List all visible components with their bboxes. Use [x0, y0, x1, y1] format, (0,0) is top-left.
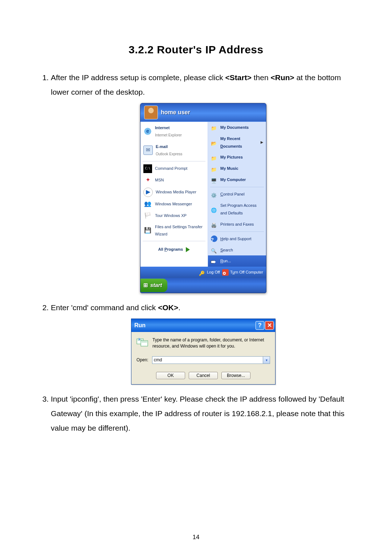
step-3: Input 'ipconfig', then press 'Enter' key…: [51, 392, 356, 435]
logoff-label: Log Off: [207, 268, 220, 276]
ok-button[interactable]: OK: [156, 372, 185, 379]
nav-label: Search: [220, 246, 233, 254]
nav-my-documents[interactable]: 📁 My Documents: [208, 122, 266, 133]
nav-my-pictures[interactable]: 📁 My Pictures: [208, 152, 266, 163]
separator: [210, 231, 264, 232]
nav-label: My Pictures: [220, 153, 243, 161]
wizard-icon: 💾: [143, 226, 152, 235]
cancel-button[interactable]: Cancel: [189, 372, 218, 379]
recent-msn[interactable]: ✦ MSN: [140, 175, 208, 186]
nav-my-computer[interactable]: 🖥️ My Computer: [208, 174, 266, 185]
run-dialog-screenshot: Run ? ✕: [131, 319, 275, 385]
step1-text-pre: After the IP address setup is complete, …: [51, 73, 225, 82]
computer-icon: 🖥️: [211, 177, 217, 183]
nav-control-panel[interactable]: ⚙️ Control Panel: [208, 189, 266, 200]
messenger-icon: 👥: [143, 200, 152, 209]
nav-search[interactable]: 🔍 Search: [208, 245, 266, 256]
folder-icon: 📁: [211, 154, 217, 161]
nav-my-music[interactable]: 📁 My Music: [208, 163, 266, 174]
printer-icon: 🖨️: [211, 221, 217, 227]
step-2: Enter 'cmd' command and click <OK>. Run …: [51, 300, 356, 385]
folder-music-icon: 📁: [211, 165, 217, 172]
nav-label: My Music: [220, 165, 238, 172]
page-number: 14: [0, 534, 392, 541]
recent-label: Windows Media Player: [156, 188, 196, 196]
internet-explorer-icon: [143, 127, 152, 136]
msn-icon: ✦: [143, 176, 152, 185]
run-titlebar: Run ? ✕: [131, 319, 275, 332]
nav-run[interactable]: Run...: [208, 255, 266, 267]
browse-button[interactable]: Browse...: [221, 372, 250, 379]
svg-rect-5: [142, 341, 147, 342]
turnoff-button[interactable]: ⭘ Turn Off Computer: [222, 268, 263, 276]
program-access-icon: 🌐: [211, 206, 217, 213]
user-name: home user: [161, 107, 190, 118]
open-combobox[interactable]: ▾: [152, 356, 270, 364]
svg-marker-1: [214, 260, 216, 263]
step2-ok-label: <OK>: [158, 303, 178, 312]
recent-label: MSN: [155, 176, 164, 184]
pinned-title: Internet: [155, 124, 182, 132]
arrow-right-icon: [186, 247, 190, 252]
dropdown-arrow-icon[interactable]: ▾: [263, 357, 270, 364]
recent-messenger[interactable]: 👥 Windows Messenger: [140, 198, 208, 210]
chevron-right-icon: ▶: [261, 139, 263, 145]
start-menu-footer: 🔑 Log Off ⭘ Turn Off Computer: [140, 267, 266, 278]
step1-start-label: <Start>: [225, 73, 252, 82]
nav-label: Printers and Faxes: [220, 221, 254, 228]
help-icon: ?: [211, 235, 217, 242]
control-panel-icon: ⚙️: [211, 191, 217, 198]
taskbar: ⊞ start: [140, 278, 266, 293]
step2-text-pre: Enter 'cmd' command and click: [51, 303, 158, 312]
step3-text: Input 'ipconfig', then press 'Enter' key…: [51, 395, 344, 432]
separator: [143, 161, 205, 161]
nav-help[interactable]: ? Help and Support: [208, 233, 266, 245]
pinned-sub: Internet Explorer: [155, 132, 182, 139]
separator: [210, 187, 264, 187]
turnoff-label: Turn Off Computer: [230, 268, 263, 276]
nav-label: Set Program Access and Defaults: [220, 202, 263, 217]
separator: [143, 241, 205, 241]
recent-fst[interactable]: 💾 Files and Settings Transfer Wizard: [140, 222, 208, 240]
step1-run-label: <Run>: [270, 73, 294, 82]
folder-icon: 📁: [211, 124, 217, 131]
windows-flag-icon: ⊞: [143, 280, 148, 291]
all-programs-label: All Programs: [158, 246, 183, 253]
pinned-email[interactable]: E-mail Outlook Express: [140, 141, 208, 160]
help-button[interactable]: ?: [256, 321, 264, 330]
logoff-button[interactable]: 🔑 Log Off: [199, 268, 220, 276]
user-avatar-icon: [144, 106, 158, 119]
nav-label: Help and Support: [220, 235, 252, 243]
tour-icon: 🏳️: [143, 212, 152, 220]
recent-command-prompt[interactable]: C:\ Command Prompt: [140, 163, 208, 175]
close-button[interactable]: ✕: [265, 321, 274, 330]
nav-my-recent-documents[interactable]: 📂 My Recent Documents ▶: [208, 133, 266, 152]
nav-program-access[interactable]: 🌐 Set Program Access and Defaults: [208, 200, 266, 219]
recent-wmp[interactable]: ▶ Windows Media Player: [140, 186, 208, 198]
all-programs[interactable]: All Programs: [140, 243, 208, 257]
nav-printers[interactable]: 🖨️ Printers and Faxes: [208, 219, 266, 230]
step1-text-mid: then: [252, 73, 271, 82]
start-button[interactable]: ⊞ start: [140, 279, 167, 292]
pinned-internet[interactable]: Internet Internet Explorer: [140, 122, 208, 141]
recent-label: Windows Messenger: [155, 200, 192, 208]
start-menu-left-column: Internet Internet Explorer E-mail Outloo…: [140, 122, 208, 267]
run-dialog-icon: [136, 337, 148, 346]
recent-label: Tour Windows XP: [155, 212, 187, 219]
wmp-icon: ▶: [143, 188, 153, 197]
section-heading: 3.2.2 Router's IP Address: [36, 44, 356, 56]
nav-label: Run...: [220, 257, 231, 265]
nav-label: My Computer: [220, 176, 246, 184]
step2-text-post: .: [178, 303, 180, 312]
pinned-title: E-mail: [156, 143, 182, 151]
mail-icon: [143, 145, 153, 155]
recent-tour[interactable]: 🏳️ Tour Windows XP: [140, 210, 208, 222]
run-description: Type the name of a program, folder, docu…: [152, 337, 270, 349]
recent-label: Command Prompt: [155, 165, 187, 172]
start-menu-header: home user: [140, 103, 266, 122]
run-icon: [211, 258, 217, 264]
open-input[interactable]: [152, 357, 263, 364]
power-icon: ⭘: [222, 269, 229, 276]
start-menu-screenshot: home user Internet Internet Explorer: [140, 103, 266, 293]
logoff-icon: 🔑: [199, 269, 205, 276]
